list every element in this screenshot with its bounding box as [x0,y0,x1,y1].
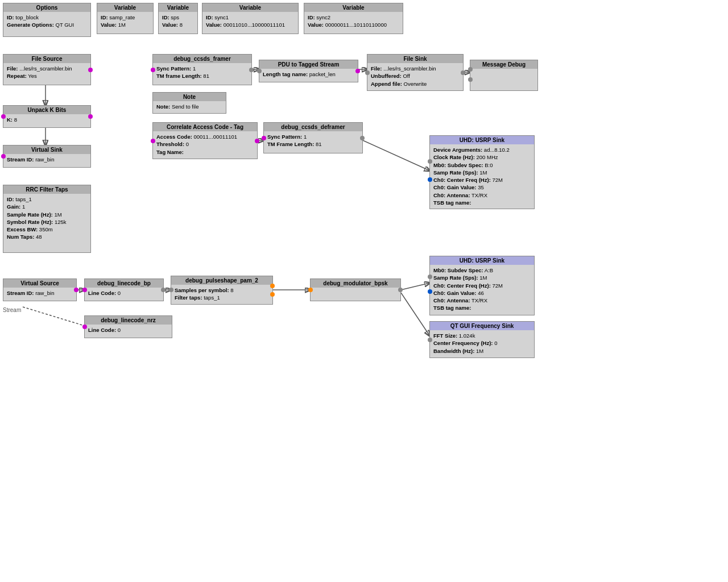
note-block[interactable]: Note Note: Send to file [152,92,226,114]
svg-line-12 [23,307,84,326]
pulseshape-port-out2[interactable] [270,292,275,297]
deframer-port-in[interactable] [262,136,266,140]
debug-modulator-bpsk-block[interactable]: debug_modulator_bpsk [310,278,401,301]
unpack-k-bits-title: Unpack K Bits [3,106,90,114]
debug-ccsds-deframer-block[interactable]: debug_ccsds_deframer Sync Pattern: 1 TM … [263,122,363,153]
debug-pulseshape-pam2-block[interactable]: debug_pulseshape_pam_2 Samples per symbo… [171,276,273,305]
virtual-sink-title: Virtual Sink [3,146,90,154]
file-sink-port-out[interactable] [461,70,465,75]
var-samp-rate-block[interactable]: Variable ID: samp_rate Value: 1M [97,3,154,34]
svg-line-11 [401,293,429,335]
deframer-port-out[interactable] [360,136,365,140]
correlate-port-out[interactable] [255,139,259,143]
var-sps-block[interactable]: Variable ID: sps Value: 8 [158,3,198,34]
pulseshape-port-in[interactable] [169,288,173,292]
options-id: ID: top_block [7,14,87,21]
uhd2-port-in1[interactable] [428,275,432,279]
uhd-usrp-sink-2-block[interactable]: UHD: USRP Sink Mb0: Subdev Spec: A:B Sam… [429,256,535,315]
correlate-access-code-block[interactable]: Correlate Access Code - Tag Access Code:… [152,122,258,159]
rrc-filter-taps-title: RRC Filter Taps [3,185,90,194]
linecode-bp-port-in[interactable] [82,288,87,292]
unpack-port-out[interactable] [88,114,93,119]
debug-ccsds-framer-title: debug_ccsds_framer [153,55,251,63]
canvas: Options ID: top_block Generate Options: … [0,0,728,582]
file-source-block[interactable]: File Source File: ...les/rs_scrambler.bi… [3,54,91,85]
uhd2-port-in2[interactable] [428,289,432,294]
pdu-port-out[interactable] [355,69,360,73]
debug-linecode-bp-title: debug_linecode_bp [85,279,163,288]
stream-label: Stream [3,307,21,313]
qt-gui-freq-sink-title: QT GUI Frequency Sink [430,322,534,330]
linecode-nrz-port-in[interactable] [82,325,87,329]
debug-linecode-bp-block[interactable]: debug_linecode_bp Line Code: 0 [84,278,164,301]
rrc-filter-taps-block[interactable]: RRC Filter Taps ID: taps_1 Gain: 1 Sampl… [3,185,91,253]
var-sps-title: Variable [159,3,197,12]
ccsds-framer-port-out[interactable] [249,68,254,72]
var-sync2-block[interactable]: Variable ID: sync2 Value: 00000011...101… [304,3,403,34]
virtual-sink-block[interactable]: Virtual Sink Stream ID: raw_bin [3,145,91,168]
debug-linecode-nrz-block[interactable]: debug_linecode_nrz Line Code: 0 [84,315,172,338]
qt-gui-freq-sink-block[interactable]: QT GUI Frequency Sink FFT Size: 1.024k C… [429,321,535,358]
debug-modulator-bpsk-title: debug_modulator_bpsk [311,279,400,288]
debug-ccsds-framer-block[interactable]: debug_ccsds_framer Sync Pattern: 1 TM fr… [152,54,252,85]
uhd1-port-in2[interactable] [428,177,432,182]
uhd-usrp-sink-2-title: UHD: USRP Sink [430,256,534,265]
file-sink-port-in[interactable] [365,70,370,75]
virtual-source-block[interactable]: Virtual Source Stream ID: raw_bin [3,278,77,301]
debug-linecode-nrz-title: debug_linecode_nrz [85,316,172,325]
correlate-port-in[interactable] [151,139,155,143]
virtual-source-port-out[interactable] [74,288,78,292]
pdu-tagged-stream-title: PDU to Tagged Stream [259,60,358,69]
svg-line-10 [401,283,429,290]
linecode-bp-port-out[interactable] [161,288,166,292]
modulator-port-in[interactable] [308,288,313,292]
unpack-k-bits-block[interactable]: Unpack K Bits K: 8 [3,105,91,128]
var-sync2-title: Variable [304,3,403,12]
file-source-port-out[interactable] [88,68,93,72]
virtual-source-title: Virtual Source [3,279,76,288]
message-debug-title: Message Debug [470,60,537,69]
msg-debug-port-in[interactable] [468,67,473,72]
file-sink-block[interactable]: File Sink File: ...les/rs_scrambler.bin … [367,54,464,91]
pdu-tagged-stream-block[interactable]: PDU to Tagged Stream Length tag name: pa… [259,60,358,82]
correlate-title: Correlate Access Code - Tag [153,123,257,131]
note-title: Note [153,93,226,101]
file-sink-title: File Sink [367,55,463,63]
var-samp-rate-title: Variable [97,3,153,12]
uhd1-port-in1[interactable] [428,159,432,164]
modulator-port-out[interactable] [398,288,403,292]
qt-freq-sink-port-in[interactable] [428,338,432,342]
pdu-port-in[interactable] [257,69,262,73]
virtual-sink-port-in[interactable] [1,154,6,159]
debug-ccsds-deframer-title: debug_ccsds_deframer [264,123,362,131]
uhd-usrp-sink-1-block[interactable]: UHD: USRP Sink Device Arguments: ad...8.… [429,135,535,209]
ccsds-framer-port-in[interactable] [151,68,155,72]
svg-line-6 [363,140,429,171]
var-sync1-title: Variable [202,3,298,12]
file-source-title: File Source [3,55,90,63]
msg-debug-port-in2[interactable] [468,77,473,82]
options-block[interactable]: Options ID: top_block Generate Options: … [3,3,91,37]
message-debug-block[interactable]: Message Debug [470,60,538,91]
debug-pulseshape-title: debug_pulseshape_pam_2 [171,276,272,285]
pulseshape-port-out[interactable] [270,284,275,288]
options-title: Options [3,3,90,12]
var-sync1-block[interactable]: Variable ID: sync1 Value: 00011010...100… [202,3,299,34]
uhd-usrp-sink-1-title: UHD: USRP Sink [430,136,534,144]
options-gen: Generate Options: QT GUI [7,21,87,28]
unpack-port-in[interactable] [1,114,6,119]
